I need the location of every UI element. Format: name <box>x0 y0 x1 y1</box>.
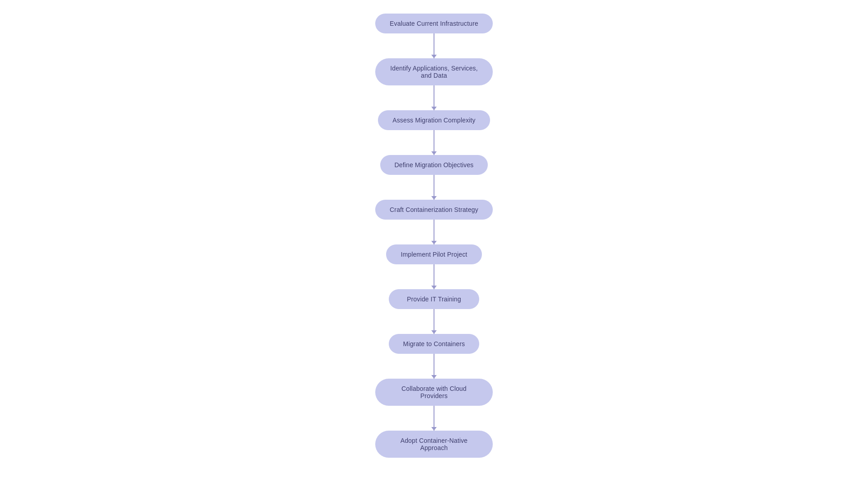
connector-9 <box>434 406 434 431</box>
node-10[interactable]: Adopt Container-Native Approach <box>375 431 493 458</box>
node-1[interactable]: Evaluate Current Infrastructure <box>375 14 493 33</box>
flowchart: Evaluate Current InfrastructureIdentify … <box>375 9 493 458</box>
node-4[interactable]: Define Migration Objectives <box>380 155 488 175</box>
node-9[interactable]: Collaborate with Cloud Providers <box>375 379 493 406</box>
node-6[interactable]: Implement Pilot Project <box>386 244 481 264</box>
connector-1 <box>434 33 434 58</box>
node-3[interactable]: Assess Migration Complexity <box>378 110 490 130</box>
connector-2 <box>434 85 434 110</box>
node-2[interactable]: Identify Applications, Services, and Dat… <box>375 58 493 85</box>
connector-4 <box>434 175 434 200</box>
node-7[interactable]: Provide IT Training <box>389 289 479 309</box>
node-8[interactable]: Migrate to Containers <box>389 334 480 354</box>
connector-6 <box>434 264 434 289</box>
connector-8 <box>434 354 434 379</box>
connector-7 <box>434 309 434 334</box>
node-5[interactable]: Craft Containerization Strategy <box>375 200 493 220</box>
connector-3 <box>434 130 434 155</box>
connector-5 <box>434 220 434 244</box>
